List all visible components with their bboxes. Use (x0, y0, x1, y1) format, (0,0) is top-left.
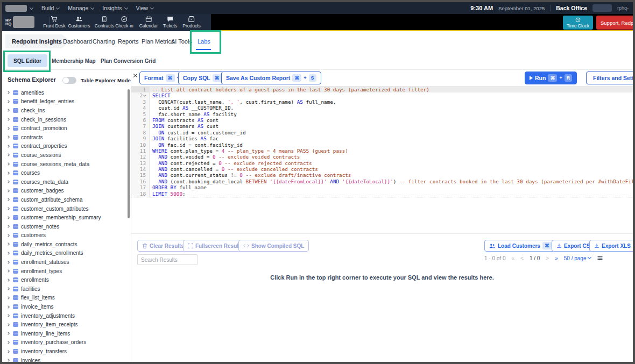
sidebar-scrollbar[interactable] (128, 89, 130, 218)
clear-results-button[interactable]: Clear Results (137, 240, 189, 252)
line-number: 8 (131, 130, 150, 135)
nav-customers[interactable]: Customers (68, 16, 90, 28)
code-line[interactable]: 16 AND (cont.booking_date_local BETWEEN … (131, 179, 633, 184)
tab-ai-tools[interactable]: AI Tools (171, 38, 192, 45)
schema-table-item[interactable]: customers (2, 231, 131, 240)
nav-check-in[interactable]: Check-in (115, 16, 133, 28)
search-results-input[interactable] (137, 254, 197, 265)
schema-table-item[interactable]: contract_properties (2, 142, 131, 151)
show-compiled-sql-button[interactable]: Show Compiled SQL (238, 240, 309, 252)
run-button[interactable]: Run ⌘ + R (525, 72, 577, 84)
chevron-right-icon (6, 91, 10, 94)
code-line[interactable]: 3 CONCAT(cust.last_name, ', ', cust.firs… (131, 99, 633, 105)
chevron-right-icon (6, 288, 10, 291)
table-explorer-toggle[interactable] (62, 77, 76, 84)
nav-contracts[interactable]: Contracts (95, 16, 114, 28)
schema-table-item[interactable]: daily_metrics_enrollments (2, 249, 131, 258)
schema-table-item[interactable]: flex_list_items (2, 294, 131, 303)
schema-table-item[interactable]: course_sessions (2, 151, 131, 160)
fold-chevron-icon[interactable] (143, 94, 146, 97)
schema-table-item[interactable]: facilities (2, 284, 131, 294)
schema-table-item[interactable]: daily_metrics_contracts (2, 240, 131, 249)
table-icon (13, 153, 18, 158)
schema-table-item[interactable]: customer_notes (2, 222, 131, 231)
schema-table-item[interactable]: customer_membership_summary (2, 213, 131, 222)
nav-tickets[interactable]: Tickets (163, 16, 178, 28)
tab-reports[interactable]: Reports (118, 38, 139, 45)
code-line[interactable]: 11WHERE cont.plan_type = 4 -- plan_type … (131, 148, 633, 154)
code-line[interactable]: 12 AND cont.voided = 0 -- exclude voided… (131, 154, 633, 160)
tab-plan-metrics[interactable]: Plan Metrics (142, 38, 174, 45)
code-line[interactable]: 13 AND cont.rejected = 0 -- exclude reje… (131, 160, 633, 166)
menu-insights[interactable]: Insights (102, 5, 127, 11)
back-office-label[interactable]: Back Office (556, 5, 587, 11)
code-line[interactable]: 17ORDER BY full_name (131, 184, 633, 190)
code-line[interactable]: 7JOIN customers AS cust (131, 123, 633, 129)
schema-table-item[interactable]: contracts (2, 133, 131, 142)
menu-build[interactable]: Build (41, 5, 59, 11)
code-line[interactable]: 15 AND cont.current_status != 0 -- exclu… (131, 172, 633, 178)
schema-table-item[interactable]: invoice_items (2, 302, 131, 311)
tab-charting[interactable]: Charting (93, 38, 115, 45)
nav-products[interactable]: Products (182, 16, 201, 28)
time-clock-button[interactable]: Time Clock (563, 16, 593, 30)
last-page-button[interactable]: » (555, 255, 558, 261)
schema-table-item[interactable]: course_sessions_meta_data (2, 160, 131, 169)
code-line[interactable]: 9JOIN facilities AS fac (131, 135, 633, 141)
panel-collapse-handle[interactable] (132, 74, 138, 77)
subtab-sql-editor[interactable]: SQL Editor (8, 54, 47, 67)
menu-manage[interactable]: Manage (68, 5, 94, 11)
nav-calendar[interactable]: Calendar (139, 16, 158, 28)
tab-dashboard[interactable]: Dashboard (63, 38, 92, 45)
subtab-plan-conversion-grid[interactable]: Plan Conversion Grid (101, 58, 156, 64)
line-number: 10 (131, 142, 150, 148)
support-button[interactable]: Support, Redp (596, 16, 633, 30)
code-line[interactable]: 1-- List all contract holders of a guest… (131, 87, 633, 92)
schema-table-item[interactable]: inventory_adjustments (2, 311, 131, 320)
schema-table-item[interactable]: enrollments (2, 275, 131, 284)
rphq-logo[interactable]: RP HQ (5, 16, 34, 28)
code-line[interactable]: 14 AND cont.cancelled = 0 -- exclude can… (131, 166, 633, 172)
code-line[interactable]: 18LIMIT 5000; (131, 191, 633, 197)
schema-table-item[interactable]: custom_attribute_schema (2, 195, 131, 204)
tab-labs[interactable]: Labs (197, 38, 210, 45)
schema-table-item[interactable]: inventory_transfers (2, 347, 131, 356)
schema-table-item[interactable]: inventory_item_receipts (2, 320, 131, 329)
schema-table-item[interactable]: invoices (2, 356, 131, 362)
schema-table-item[interactable]: customer_custom_attributes (2, 204, 131, 213)
save-as-custom-report-button[interactable]: Save As Custom Report ⌘ + S (221, 72, 321, 84)
schema-table-item[interactable]: inventory_purchase_orders (2, 338, 131, 347)
code-line[interactable]: 5 fac.short_name AS facility (131, 111, 633, 117)
page-size-select[interactable]: 50 / page (564, 255, 591, 261)
schema-table-item[interactable]: inventory_line_items (2, 329, 131, 338)
next-page-button[interactable]: > (546, 255, 549, 261)
nav-front-desk[interactable]: Front Desk (43, 16, 66, 28)
schema-table-item[interactable]: courses (2, 168, 131, 177)
schema-table-item[interactable]: enrollment_types (2, 267, 131, 276)
code-line[interactable]: 8 ON cust.id = cont.customer_id (131, 130, 633, 135)
schema-table-item[interactable]: customer_badges (2, 187, 131, 196)
table-icon (13, 197, 18, 202)
code-area[interactable]: 1-- List all contract holders of a guest… (131, 87, 633, 197)
code-line[interactable]: 4 cust.id AS __CUSTOMER_ID, (131, 105, 633, 111)
export-xls-button[interactable]: Export XLS (589, 240, 633, 252)
cmd-key-badge: ⌘ (542, 242, 552, 249)
code-line[interactable]: 10 ON fac.id = cont.facility_id (131, 142, 633, 148)
filters-and-settings-button[interactable]: Filters and Settings (586, 72, 633, 84)
prev-page-button[interactable]: < (520, 255, 524, 261)
first-page-button[interactable]: « (511, 255, 514, 261)
table-icon (13, 295, 18, 300)
schema-table-item[interactable]: contract_promotion (2, 124, 131, 133)
menu-view[interactable]: View (136, 5, 154, 11)
schema-table-item[interactable]: courses_meta_data (2, 177, 131, 187)
code-line[interactable]: 2SELECT (131, 92, 633, 98)
subtab-membership-map[interactable]: Membership Map (52, 58, 96, 64)
column-settings-icon[interactable] (597, 255, 603, 261)
schema-table-item[interactable]: benefit_ledger_entries (2, 97, 131, 106)
schema-table-item[interactable]: amenities (2, 88, 131, 97)
schema-table-item[interactable]: enrollment_statuses (2, 258, 131, 267)
code-line[interactable]: 6FROM contracts AS cont (131, 117, 633, 123)
schema-table-item[interactable]: check_ins (2, 106, 131, 115)
schema-table-item[interactable]: check_in_sessions (2, 115, 131, 124)
chevron-right-icon (6, 189, 10, 192)
